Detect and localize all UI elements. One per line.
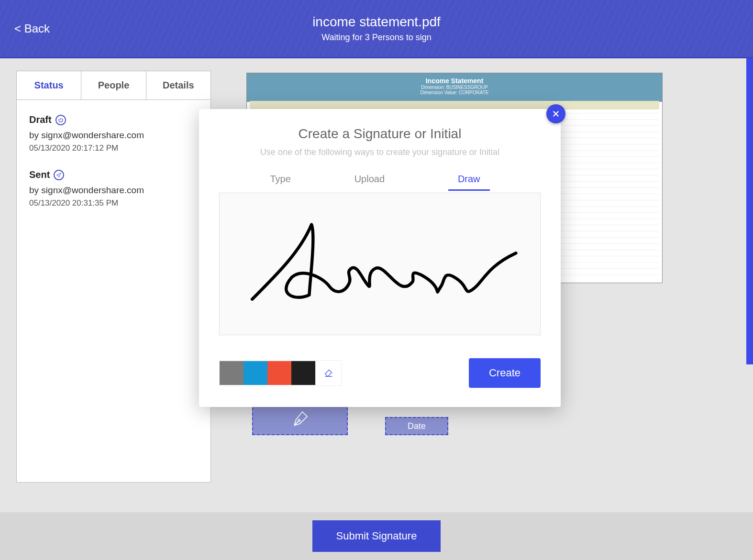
status-panel: Draft by signx@wondershare.com 05/13/202… bbox=[16, 100, 211, 483]
scrollbar[interactable] bbox=[746, 58, 753, 364]
pen-nib-icon bbox=[290, 409, 310, 428]
status-label-text: Draft bbox=[29, 114, 52, 125]
status-item-sent: Sent by signx@wondershare.com 05/13/2020… bbox=[29, 169, 198, 208]
modal-footer: Create bbox=[219, 358, 541, 388]
doc-preview-header: Income Statement Dimension: BUSINESSGROU… bbox=[247, 73, 662, 102]
modal-tabs: Type Upload Draw bbox=[219, 174, 541, 191]
status-time: 05/13/2020 20:31:35 PM bbox=[29, 198, 198, 208]
modal-title: Create a Signature or Initial bbox=[219, 126, 541, 142]
date-field[interactable]: Date bbox=[385, 417, 448, 435]
tab-status[interactable]: Status bbox=[17, 71, 81, 99]
status-time: 05/13/2020 20:17:12 PM bbox=[29, 143, 198, 153]
color-blue[interactable] bbox=[244, 361, 267, 385]
status-label-text: Sent bbox=[29, 169, 50, 180]
eraser-icon[interactable] bbox=[315, 361, 341, 385]
status-item-draft: Draft by signx@wondershare.com 05/13/202… bbox=[29, 114, 198, 153]
modal-subtitle: Use one of the following ways to create … bbox=[219, 147, 541, 157]
sidebar: Status People Details Draft by signx@won… bbox=[0, 58, 227, 512]
tab-details[interactable]: Details bbox=[146, 71, 210, 99]
status-label: Sent bbox=[29, 169, 64, 180]
tab-draw[interactable]: Draw bbox=[448, 174, 490, 191]
footer-bar: Submit Signature bbox=[0, 512, 753, 560]
document-title: income statement.pdf bbox=[312, 14, 441, 30]
svg-point-0 bbox=[298, 419, 300, 421]
sidebar-tabs: Status People Details bbox=[16, 71, 211, 100]
signature-canvas[interactable] bbox=[219, 193, 541, 335]
tab-upload[interactable]: Upload bbox=[354, 174, 385, 191]
color-swatches bbox=[219, 360, 342, 386]
signature-modal: Create a Signature or Initial Use one of… bbox=[199, 109, 561, 407]
tab-people[interactable]: People bbox=[81, 71, 146, 99]
close-icon[interactable] bbox=[546, 104, 565, 123]
doc-preview-title: Income Statement bbox=[247, 77, 662, 85]
drawn-signature bbox=[226, 200, 533, 328]
power-icon bbox=[55, 115, 66, 125]
header-titles: income statement.pdf Waiting for 3 Perso… bbox=[312, 14, 441, 43]
doc-preview-sub1: Dimension: BUSINESSGROUP bbox=[247, 85, 662, 90]
submit-signature-button[interactable]: Submit Signature bbox=[312, 520, 441, 552]
status-label: Draft bbox=[29, 114, 66, 125]
doc-preview-sub2: Dimension Value: CORPORATE bbox=[247, 90, 662, 95]
signature-field[interactable] bbox=[252, 403, 348, 435]
status-by: by signx@wondershare.com bbox=[29, 185, 198, 196]
back-button[interactable]: < Back bbox=[14, 22, 50, 35]
status-by: by signx@wondershare.com bbox=[29, 130, 198, 141]
send-icon bbox=[54, 170, 64, 180]
tab-type[interactable]: Type bbox=[270, 174, 290, 191]
color-red[interactable] bbox=[267, 361, 291, 385]
document-subtitle: Waiting for 3 Persons to sign bbox=[312, 33, 441, 43]
color-black[interactable] bbox=[291, 361, 315, 385]
color-gray[interactable] bbox=[220, 361, 244, 385]
app-header: < Back income statement.pdf Waiting for … bbox=[0, 0, 753, 58]
create-button[interactable]: Create bbox=[469, 358, 541, 388]
